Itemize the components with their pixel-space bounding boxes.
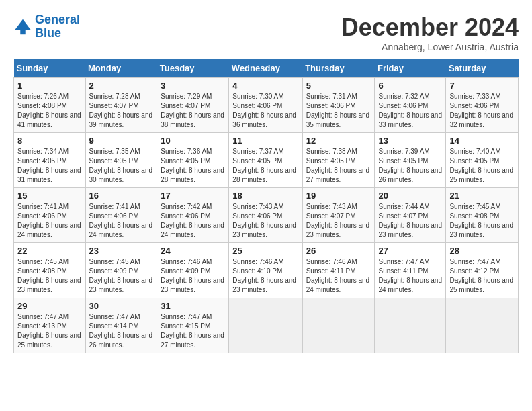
calendar-day-cell: 1Sunrise: 7:26 AMSunset: 4:08 PMDaylight…: [14, 78, 86, 133]
day-number: 24: [161, 246, 225, 256]
calendar-week-row: 22Sunrise: 7:45 AMSunset: 4:08 PMDayligh…: [14, 243, 519, 298]
calendar-day-cell: 21Sunrise: 7:45 AMSunset: 4:08 PMDayligh…: [446, 188, 519, 243]
calendar-day-cell: 2Sunrise: 7:28 AMSunset: 4:07 PMDaylight…: [85, 78, 157, 133]
day-number: 6: [378, 81, 442, 91]
calendar-day-cell: 9Sunrise: 7:35 AMSunset: 4:05 PMDaylight…: [85, 133, 157, 188]
calendar-header-row: SundayMondayTuesdayWednesdayThursdayFrid…: [14, 59, 519, 78]
day-of-week-header: Monday: [85, 59, 157, 78]
calendar-day-cell: 11Sunrise: 7:37 AMSunset: 4:05 PMDayligh…: [229, 133, 302, 188]
day-info: Sunrise: 7:36 AMSunset: 4:05 PMDaylight:…: [161, 147, 225, 185]
day-number: 29: [17, 301, 82, 311]
svg-rect-1: [20, 30, 25, 34]
day-of-week-header: Sunday: [14, 59, 86, 78]
day-info: Sunrise: 7:38 AMSunset: 4:05 PMDaylight:…: [306, 147, 371, 185]
day-info: Sunrise: 7:47 AMSunset: 4:15 PMDaylight:…: [161, 312, 225, 350]
calendar-day-cell: 29Sunrise: 7:47 AMSunset: 4:13 PMDayligh…: [14, 298, 86, 353]
calendar-week-row: 15Sunrise: 7:41 AMSunset: 4:06 PMDayligh…: [14, 188, 519, 243]
day-info: Sunrise: 7:45 AMSunset: 4:09 PMDaylight:…: [89, 257, 154, 295]
day-number: 31: [161, 301, 225, 311]
day-of-week-header: Tuesday: [157, 59, 229, 78]
calendar-day-cell: 7Sunrise: 7:33 AMSunset: 4:06 PMDaylight…: [446, 78, 519, 133]
location-subtitle: Annaberg, Lower Austria, Austria: [341, 42, 519, 52]
day-info: Sunrise: 7:47 AMSunset: 4:12 PMDaylight:…: [449, 257, 515, 295]
day-number: 5: [306, 81, 371, 91]
day-number: 19: [306, 191, 371, 201]
calendar-day-cell: 22Sunrise: 7:45 AMSunset: 4:08 PMDayligh…: [14, 243, 86, 298]
calendar-week-row: 8Sunrise: 7:34 AMSunset: 4:05 PMDaylight…: [14, 133, 519, 188]
calendar-day-cell: 30Sunrise: 7:47 AMSunset: 4:14 PMDayligh…: [85, 298, 157, 353]
calendar-day-cell: 10Sunrise: 7:36 AMSunset: 4:05 PMDayligh…: [157, 133, 229, 188]
calendar-day-cell: 24Sunrise: 7:46 AMSunset: 4:09 PMDayligh…: [157, 243, 229, 298]
day-info: Sunrise: 7:46 AMSunset: 4:11 PMDaylight:…: [306, 257, 371, 295]
calendar-day-cell: 8Sunrise: 7:34 AMSunset: 4:05 PMDaylight…: [14, 133, 86, 188]
calendar-day-cell: 27Sunrise: 7:47 AMSunset: 4:11 PMDayligh…: [375, 243, 446, 298]
day-info: Sunrise: 7:43 AMSunset: 4:06 PMDaylight:…: [232, 202, 298, 240]
day-info: Sunrise: 7:37 AMSunset: 4:05 PMDaylight:…: [232, 147, 298, 185]
calendar-day-cell: 15Sunrise: 7:41 AMSunset: 4:06 PMDayligh…: [14, 188, 86, 243]
day-number: 9: [89, 136, 154, 146]
calendar-day-cell: 13Sunrise: 7:39 AMSunset: 4:05 PMDayligh…: [375, 133, 446, 188]
day-number: 4: [232, 81, 298, 91]
day-info: Sunrise: 7:40 AMSunset: 4:05 PMDaylight:…: [449, 147, 515, 185]
calendar-day-cell: 12Sunrise: 7:38 AMSunset: 4:05 PMDayligh…: [302, 133, 375, 188]
day-number: 26: [306, 246, 371, 256]
day-number: 12: [306, 136, 371, 146]
day-info: Sunrise: 7:39 AMSunset: 4:05 PMDaylight:…: [378, 147, 442, 185]
calendar-day-cell: 16Sunrise: 7:41 AMSunset: 4:06 PMDayligh…: [85, 188, 157, 243]
day-number: 8: [17, 136, 82, 146]
logo-icon: [13, 17, 32, 36]
calendar-day-cell: 20Sunrise: 7:44 AMSunset: 4:07 PMDayligh…: [375, 188, 446, 243]
day-info: Sunrise: 7:44 AMSunset: 4:07 PMDaylight:…: [378, 202, 442, 240]
day-number: 11: [232, 136, 298, 146]
calendar-day-cell: 5Sunrise: 7:31 AMSunset: 4:06 PMDaylight…: [302, 78, 375, 133]
svg-marker-0: [15, 19, 31, 30]
day-info: Sunrise: 7:26 AMSunset: 4:08 PMDaylight:…: [17, 92, 82, 130]
day-number: 18: [232, 191, 298, 201]
day-info: Sunrise: 7:41 AMSunset: 4:06 PMDaylight:…: [17, 202, 82, 240]
day-info: Sunrise: 7:34 AMSunset: 4:05 PMDaylight:…: [17, 147, 82, 185]
calendar-day-cell: 23Sunrise: 7:45 AMSunset: 4:09 PMDayligh…: [85, 243, 157, 298]
day-info: Sunrise: 7:29 AMSunset: 4:07 PMDaylight:…: [161, 92, 225, 130]
calendar-day-cell: 3Sunrise: 7:29 AMSunset: 4:07 PMDaylight…: [157, 78, 229, 133]
day-info: Sunrise: 7:30 AMSunset: 4:06 PMDaylight:…: [232, 92, 298, 130]
calendar-day-cell: 14Sunrise: 7:40 AMSunset: 4:05 PMDayligh…: [446, 133, 519, 188]
day-info: Sunrise: 7:47 AMSunset: 4:13 PMDaylight:…: [17, 312, 82, 350]
calendar-day-cell: 6Sunrise: 7:32 AMSunset: 4:06 PMDaylight…: [375, 78, 446, 133]
day-info: Sunrise: 7:31 AMSunset: 4:06 PMDaylight:…: [306, 92, 371, 130]
calendar-day-cell: 28Sunrise: 7:47 AMSunset: 4:12 PMDayligh…: [446, 243, 519, 298]
day-info: Sunrise: 7:46 AMSunset: 4:09 PMDaylight:…: [161, 257, 225, 295]
day-of-week-header: Saturday: [446, 59, 519, 78]
day-number: 1: [17, 81, 82, 91]
calendar-day-cell: 18Sunrise: 7:43 AMSunset: 4:06 PMDayligh…: [229, 188, 302, 243]
calendar-day-cell: 19Sunrise: 7:43 AMSunset: 4:07 PMDayligh…: [302, 188, 375, 243]
day-number: 28: [449, 246, 515, 256]
day-of-week-header: Wednesday: [229, 59, 302, 78]
day-number: 30: [89, 301, 154, 311]
day-number: 7: [449, 81, 515, 91]
page-header: General Blue December 2024 Annaberg, Low…: [13, 13, 519, 52]
day-info: Sunrise: 7:32 AMSunset: 4:06 PMDaylight:…: [378, 92, 442, 130]
day-number: 22: [17, 246, 82, 256]
calendar-day-cell: 26Sunrise: 7:46 AMSunset: 4:11 PMDayligh…: [302, 243, 375, 298]
day-number: 20: [378, 191, 442, 201]
calendar-day-cell: 31Sunrise: 7:47 AMSunset: 4:15 PMDayligh…: [157, 298, 229, 353]
calendar-day-cell: 25Sunrise: 7:46 AMSunset: 4:10 PMDayligh…: [229, 243, 302, 298]
day-number: 13: [378, 136, 442, 146]
title-area: December 2024 Annaberg, Lower Austria, A…: [341, 13, 519, 52]
calendar-day-cell: [229, 298, 302, 353]
day-info: Sunrise: 7:42 AMSunset: 4:06 PMDaylight:…: [161, 202, 225, 240]
day-info: Sunrise: 7:35 AMSunset: 4:05 PMDaylight:…: [89, 147, 154, 185]
day-info: Sunrise: 7:45 AMSunset: 4:08 PMDaylight:…: [449, 202, 515, 240]
day-info: Sunrise: 7:41 AMSunset: 4:06 PMDaylight:…: [89, 202, 154, 240]
day-info: Sunrise: 7:47 AMSunset: 4:14 PMDaylight:…: [89, 312, 154, 350]
calendar-day-cell: [302, 298, 375, 353]
day-number: 25: [232, 246, 298, 256]
day-number: 16: [89, 191, 154, 201]
calendar-day-cell: 4Sunrise: 7:30 AMSunset: 4:06 PMDaylight…: [229, 78, 302, 133]
calendar-week-row: 1Sunrise: 7:26 AMSunset: 4:08 PMDaylight…: [14, 78, 519, 133]
day-of-week-header: Friday: [375, 59, 446, 78]
calendar-day-cell: [446, 298, 519, 353]
month-title: December 2024: [341, 13, 519, 42]
day-info: Sunrise: 7:28 AMSunset: 4:07 PMDaylight:…: [89, 92, 154, 130]
day-info: Sunrise: 7:43 AMSunset: 4:07 PMDaylight:…: [306, 202, 371, 240]
